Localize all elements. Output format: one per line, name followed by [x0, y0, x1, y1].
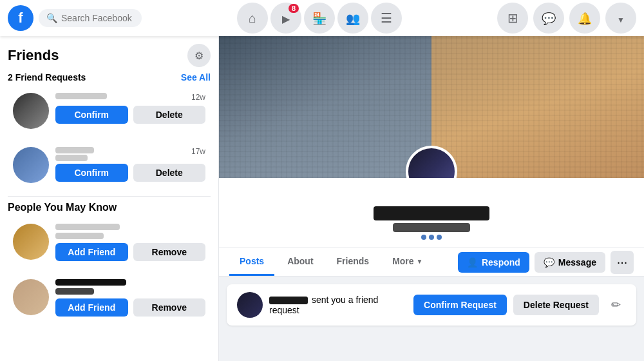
suggestion-name-redacted: [55, 279, 126, 286]
profile-name-redacted: [374, 206, 489, 220]
apps-grid-button[interactable]: [497, 3, 528, 34]
messenger-button[interactable]: [533, 3, 564, 34]
friend-request-notification-bar: sent you a friend request Confirm Reques…: [227, 284, 636, 326]
home-icon: [249, 11, 256, 26]
messenger-icon: [542, 11, 556, 26]
video-icon: [282, 11, 290, 26]
friend-requests-header: 2 Friend Requests See All: [8, 72, 211, 83]
people-you-may-know-item: Add Friend Remove: [8, 274, 211, 322]
request-name-line2-redacted: [55, 155, 88, 161]
suggestion-mutual-redacted: [55, 288, 94, 295]
chevron-down-icon: ▼: [417, 258, 423, 265]
menu-nav-button[interactable]: [371, 3, 402, 34]
suggestion-info: Add Friend Remove: [55, 224, 205, 261]
sidebar-title: Friends: [8, 47, 59, 64]
tab-about[interactable]: About: [277, 248, 323, 276]
avatar: [13, 279, 49, 315]
account-menu-button[interactable]: [605, 3, 636, 34]
profile-actions: 👤 Respond 💬 Message ···: [458, 251, 634, 274]
add-friend-button[interactable]: Add Friend: [55, 298, 128, 317]
people-you-may-know-item: Add Friend Remove: [8, 219, 211, 266]
request-time: 17w: [191, 147, 205, 156]
request-info: 17w Confirm Delete: [55, 147, 205, 182]
groups-nav-button[interactable]: [337, 3, 368, 34]
profile-area: Posts About Friends More ▼ 👤 Respond 💬 M…: [219, 36, 644, 361]
request-name-redacted: [55, 147, 94, 153]
tab-more[interactable]: More ▼: [382, 248, 433, 276]
remove-suggestion-button[interactable]: Remove: [133, 298, 206, 317]
notifications-button[interactable]: [569, 3, 600, 34]
menu-icon: [381, 10, 392, 26]
request-name-redacted: [55, 93, 107, 99]
delete-request-button[interactable]: Delete Request: [513, 295, 599, 315]
ellipsis-icon: ···: [617, 255, 628, 269]
request-actions: Confirm Delete: [55, 106, 205, 124]
top-navigation: f 8: [0, 0, 644, 36]
confirm-request-button[interactable]: Confirm Request: [413, 295, 507, 315]
see-all-link[interactable]: See All: [181, 72, 211, 83]
remove-suggestion-button[interactable]: Remove: [133, 243, 206, 261]
sender-name-redacted: [269, 297, 308, 304]
request-time: 12w: [191, 93, 205, 102]
caret-down-icon: [617, 11, 625, 26]
search-input[interactable]: [61, 13, 134, 23]
facebook-logo[interactable]: f: [8, 5, 33, 31]
messenger-button-icon: 💬: [544, 257, 554, 268]
sidebar-header: Friends: [8, 44, 211, 67]
confirm-button[interactable]: Confirm: [55, 106, 128, 124]
profile-sub-redacted: [393, 223, 470, 232]
bar-avatar: [237, 292, 263, 318]
profile-dots: [229, 235, 634, 240]
people-icon: [346, 11, 360, 26]
nav-center: 8: [147, 3, 492, 34]
more-options-button[interactable]: ···: [611, 251, 634, 274]
avatar: [13, 224, 49, 260]
friend-request-item: 12w Confirm Delete: [8, 88, 211, 134]
request-info: 12w Confirm Delete: [55, 93, 205, 124]
profile-tabs: Posts About Friends More ▼ 👤 Respond 💬 M…: [219, 248, 644, 277]
friend-request-bar-text: sent you a friend request: [269, 295, 407, 315]
user-plus-icon: 👤: [467, 257, 478, 268]
home-nav-button[interactable]: [237, 3, 268, 34]
avatar: [13, 147, 49, 183]
confirm-button[interactable]: Confirm: [55, 164, 128, 182]
suggestion-actions: Add Friend Remove: [55, 243, 205, 261]
settings-button[interactable]: [187, 44, 211, 67]
store-icon: [312, 11, 327, 26]
respond-button[interactable]: 👤 Respond: [458, 252, 529, 273]
friends-sidebar: Friends 2 Friend Requests See All 12w: [0, 36, 219, 361]
suggestion-info: Add Friend Remove: [55, 279, 205, 317]
main-layout: Friends 2 Friend Requests See All 12w: [0, 36, 644, 361]
delete-button[interactable]: Delete: [133, 106, 206, 124]
pencil-icon: ✏: [611, 298, 621, 312]
nav-right: [497, 3, 636, 34]
tab-posts[interactable]: Posts: [229, 248, 274, 276]
profile-info-bar: [219, 178, 644, 248]
suggestion-actions: Add Friend Remove: [55, 298, 205, 317]
request-actions: Confirm Delete: [55, 164, 205, 182]
gear-icon: [194, 50, 204, 62]
message-button[interactable]: 💬 Message: [535, 252, 605, 273]
delete-button[interactable]: Delete: [133, 164, 206, 182]
bell-icon: [578, 11, 592, 26]
suggestion-name-redacted: [55, 224, 120, 230]
cover-photo: [219, 36, 644, 178]
search-icon: [46, 13, 57, 23]
nav-left: f: [8, 5, 142, 31]
video-nav-button[interactable]: 8: [270, 3, 301, 34]
search-box[interactable]: [39, 9, 142, 27]
tab-friends[interactable]: Friends: [327, 248, 380, 276]
add-friend-button[interactable]: Add Friend: [55, 243, 128, 261]
friend-request-item: 17w Confirm Delete: [8, 142, 211, 188]
people-you-may-know-title: People You May Know: [8, 202, 211, 213]
edit-icon[interactable]: ✏: [605, 295, 626, 315]
avatar: [13, 93, 49, 129]
friend-requests-label: 2 Friend Requests: [8, 72, 86, 83]
divider: [8, 196, 211, 197]
suggestion-mutual-redacted: [55, 233, 104, 239]
video-badge: 8: [289, 4, 299, 13]
marketplace-nav-button[interactable]: [304, 3, 335, 34]
grid-icon: [507, 10, 518, 26]
